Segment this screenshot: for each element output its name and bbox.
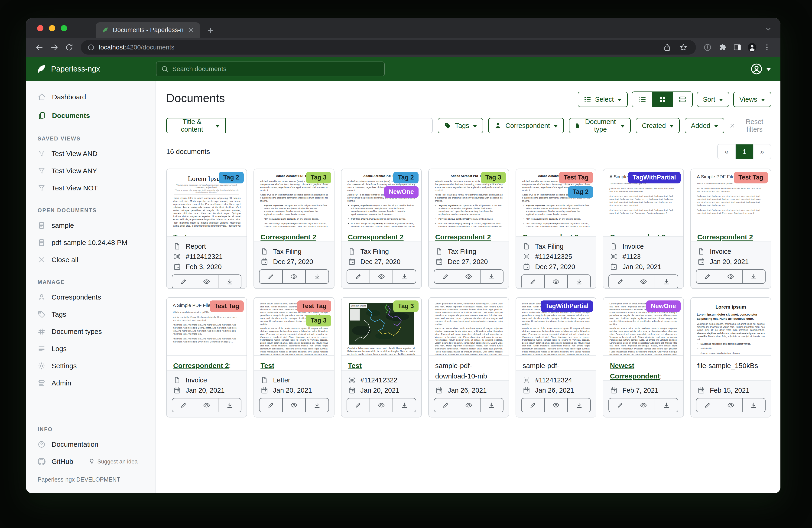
card-title[interactable]: Correspondent 2: asample bbox=[167, 356, 247, 370]
view-button[interactable] bbox=[719, 270, 742, 283]
back-button[interactable] bbox=[33, 41, 45, 53]
download-button[interactable] bbox=[480, 270, 503, 283]
user-menu[interactable] bbox=[750, 63, 771, 75]
view-button[interactable] bbox=[632, 275, 655, 288]
card-title[interactable]: Correspondent 2: pdf-sample 10.24.48 PM bbox=[516, 227, 596, 237]
view-button[interactable] bbox=[457, 270, 480, 283]
document-thumbnail[interactable]: A Simple PDF FileThis is a small demonst… bbox=[691, 169, 771, 227]
view-button[interactable] bbox=[195, 275, 218, 288]
view-mode-list-button[interactable] bbox=[632, 92, 652, 107]
download-button[interactable] bbox=[305, 398, 328, 412]
download-button[interactable] bbox=[393, 270, 416, 283]
document-thumbnail[interactable]: Lorem ipsumLorem ipsum dolor sit amet, c… bbox=[691, 298, 771, 356]
close-tab-icon[interactable] bbox=[188, 27, 194, 33]
download-button[interactable] bbox=[480, 398, 503, 412]
correspondent-link[interactable]: Correspondent 2 bbox=[173, 362, 229, 369]
edit-button[interactable] bbox=[347, 398, 369, 412]
global-search[interactable] bbox=[156, 61, 385, 76]
correspondent-link[interactable]: Test Correspondent bbox=[260, 362, 310, 370]
site-info-icon[interactable] bbox=[87, 44, 95, 51]
view-button[interactable] bbox=[719, 398, 742, 412]
card-title[interactable]: Newest Correspondent: f_combineds bbox=[603, 356, 683, 380]
view-button[interactable] bbox=[545, 398, 567, 412]
view-button[interactable] bbox=[282, 270, 305, 283]
card-title[interactable]: sample-pdf-download-10-mb-longer-title bbox=[516, 356, 596, 370]
download-button[interactable] bbox=[567, 275, 590, 288]
document-thumbnail[interactable]: A Simple PDF FileThis is a small demonst… bbox=[603, 169, 683, 227]
document-thumbnail[interactable]: Adobe Acrobat PDF FilesAdobe® Portable D… bbox=[254, 169, 334, 227]
sidebar-item-tags[interactable]: Tags bbox=[26, 306, 156, 323]
filter-document-type-button[interactable]: Document type bbox=[569, 118, 631, 133]
extensions-menu-button[interactable] bbox=[716, 41, 728, 53]
edit-button[interactable] bbox=[522, 275, 544, 288]
download-button[interactable] bbox=[742, 270, 765, 283]
card-title[interactable]: Correspondent 2: pdf-sample 10.24.48 PM bbox=[342, 227, 421, 242]
card-title[interactable]: Test Correspondent: sample-pdf-with-imag… bbox=[342, 356, 421, 370]
card-title[interactable]: Correspondent 2: pdf-sample 10.24.48 PM bbox=[254, 227, 334, 242]
tag-badge[interactable]: TagWithPartial bbox=[628, 172, 681, 183]
profile-button[interactable] bbox=[746, 41, 758, 53]
correspondent-link[interactable]: Correspondent 2 bbox=[610, 233, 666, 237]
download-button[interactable] bbox=[393, 398, 416, 412]
view-button[interactable] bbox=[632, 398, 655, 412]
document-thumbnail[interactable]: A Simple PDF FileThis is a small demonst… bbox=[167, 298, 247, 356]
correspondent-link[interactable]: Correspondent 2 bbox=[348, 233, 404, 241]
tag-badge[interactable]: NewOne bbox=[646, 300, 681, 312]
tag-badge[interactable]: Tag 3 bbox=[306, 172, 331, 183]
view-button[interactable] bbox=[195, 398, 218, 412]
sidebar-item-sample[interactable]: sample bbox=[26, 217, 156, 234]
edit-button[interactable] bbox=[696, 398, 719, 412]
edit-button[interactable] bbox=[172, 398, 195, 412]
card-title[interactable]: Correspondent 2: sample bbox=[603, 227, 683, 237]
filter-added-button[interactable]: Added bbox=[685, 118, 724, 133]
tag-badge[interactable]: Tag 3 bbox=[481, 172, 506, 183]
sidebar-item-close-all[interactable]: Close all bbox=[26, 251, 156, 268]
sidebar-item-test-view-and[interactable]: Test View AND bbox=[26, 145, 156, 162]
new-tab-button[interactable] bbox=[203, 23, 218, 38]
filter-field-button[interactable]: Title & content bbox=[166, 118, 226, 133]
browser-menu-button[interactable] bbox=[761, 41, 773, 53]
card-title[interactable]: Test Correspondent: A Sample PDF 2 bbox=[167, 227, 247, 237]
views-button[interactable]: Views bbox=[733, 92, 771, 107]
share-button[interactable] bbox=[661, 41, 673, 53]
edit-button[interactable] bbox=[434, 398, 457, 412]
tag-badge[interactable]: TagWithPartial bbox=[541, 300, 593, 312]
card-title[interactable]: Test Correspondent: sample-pdf-file bbox=[254, 356, 334, 370]
correspondent-link[interactable]: Correspondent 2 bbox=[260, 233, 316, 241]
download-button[interactable] bbox=[567, 398, 590, 412]
tag-badge[interactable]: Tag 2 bbox=[393, 172, 419, 183]
tag-badge[interactable]: Tag 2 bbox=[219, 172, 244, 183]
sidebar-item-logs[interactable]: Logs bbox=[26, 340, 156, 357]
reload-button[interactable] bbox=[63, 41, 75, 53]
edit-button[interactable] bbox=[260, 270, 282, 283]
reset-filters-button[interactable]: Reset filters bbox=[729, 118, 771, 133]
download-button[interactable] bbox=[655, 275, 678, 288]
tag-badge[interactable]: Test Tag bbox=[209, 300, 244, 312]
download-button[interactable] bbox=[305, 270, 328, 283]
view-mode-details-button[interactable] bbox=[672, 92, 692, 107]
document-thumbnail[interactable]: Lorem ipsum dolor sit amet, consectetur … bbox=[603, 298, 683, 356]
sidebar-item-documentation[interactable]: Documentation bbox=[26, 436, 156, 453]
next-page-button[interactable]: » bbox=[753, 144, 771, 159]
view-button[interactable] bbox=[369, 398, 393, 412]
document-thumbnail[interactable]: Lorem ipsum dolor sit amet, consectetur … bbox=[429, 298, 509, 356]
sidebar-item-admin[interactable]: Admin bbox=[26, 374, 156, 392]
tag-badge[interactable]: NewOne bbox=[384, 186, 419, 198]
side-panel-button[interactable] bbox=[731, 41, 743, 53]
tag-badge[interactable]: Test Tag bbox=[297, 300, 331, 312]
filter-correspondent-button[interactable]: Correspondent bbox=[488, 118, 564, 133]
edit-button[interactable] bbox=[609, 398, 632, 412]
edit-button[interactable] bbox=[434, 270, 457, 283]
view-button[interactable] bbox=[545, 275, 567, 288]
sidebar-item-github[interactable]: GitHubSuggest an idea bbox=[26, 453, 156, 470]
tag-badge[interactable]: Test Tag bbox=[559, 172, 593, 183]
chevron-down-icon[interactable] bbox=[764, 25, 772, 33]
edit-button[interactable] bbox=[609, 275, 632, 288]
correspondent-link[interactable]: Test Correspondent bbox=[173, 233, 223, 237]
filter-tags-button[interactable]: Tags bbox=[438, 118, 483, 133]
edit-button[interactable] bbox=[696, 270, 719, 283]
sidebar-item-test-view-not[interactable]: Test View NOT bbox=[26, 180, 156, 197]
sidebar-item-dashboard[interactable]: Dashboard bbox=[26, 88, 156, 106]
card-title[interactable]: Correspondent 2: pdf-sample 10.24.48 PM bbox=[429, 227, 509, 242]
view-button[interactable] bbox=[282, 398, 305, 412]
